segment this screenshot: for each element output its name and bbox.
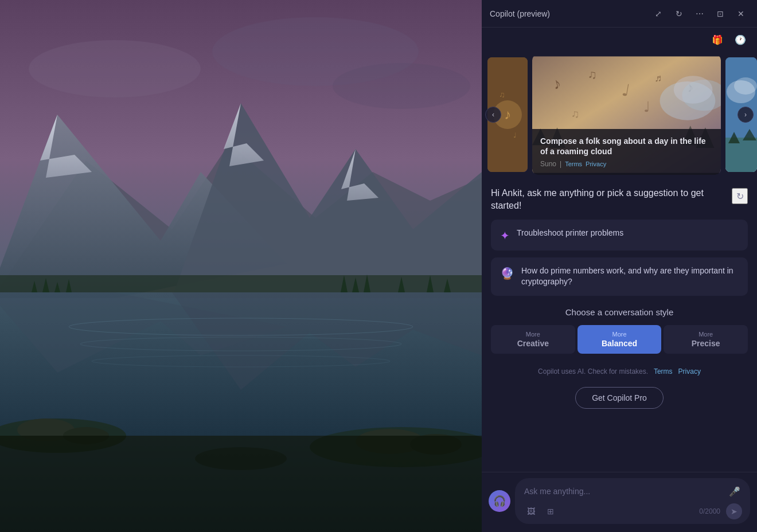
greeting-row: Hi Ankit, ask me anything or pick a sugg… xyxy=(491,187,748,213)
svg-rect-10 xyxy=(0,275,482,292)
carousel-pipe: | xyxy=(560,160,561,168)
carousel-inner: ♪ ♫ ♩ ♪ xyxy=(482,52,757,178)
suggestion-card-1[interactable]: 🔮 How do prime numbers work, and why are… xyxy=(491,257,748,296)
svg-point-57 xyxy=(734,77,757,95)
carousel: ‹ ♪ ♫ ♩ xyxy=(482,52,757,178)
style-precise-button[interactable]: More Precise xyxy=(664,325,748,354)
more-icon: ⋯ xyxy=(696,9,704,18)
carousel-privacy-link[interactable]: Privacy xyxy=(586,161,606,167)
copilot-panel: Copilot (preview) ⤢ ↻ ⋯ ⊡ ✕ 🎁 🕐 xyxy=(482,0,757,532)
carousel-card-overlay: Compose a folk song about a day in the l… xyxy=(532,129,721,175)
disclaimer-text: Copilot uses AI. Check for mistakes. xyxy=(538,367,648,375)
char-count: 0/2000 xyxy=(699,507,720,515)
chevron-left-icon: ‹ xyxy=(492,111,494,119)
carousel-main-item[interactable]: ♪ ♫ ♩ ♬ ♪ ♫ ♩ xyxy=(532,54,721,175)
suggestion-icon-0: ✦ xyxy=(500,229,510,242)
style-precise-more-label: More xyxy=(699,331,713,338)
gift-button[interactable]: 🎁 xyxy=(709,31,726,48)
titlebar: Copilot (preview) ⤢ ↻ ⋯ ⊡ ✕ xyxy=(482,0,757,28)
input-bottom-row: 🖼 ⊞ 0/2000 ➤ xyxy=(524,503,742,519)
search-attach-button[interactable]: ⊞ xyxy=(544,504,557,518)
refresh-button[interactable]: ↻ xyxy=(671,6,687,22)
microphone-icon: 🎤 xyxy=(729,486,740,497)
refresh-icon: ↻ xyxy=(676,9,682,18)
carousel-card-footer: Suno | Terms Privacy xyxy=(540,160,713,168)
svg-text:♪: ♪ xyxy=(504,107,511,122)
image-attach-button[interactable]: 🖼 xyxy=(524,504,538,518)
carousel-card-title: Compose a folk song about a day in the l… xyxy=(540,136,713,157)
input-text-row: 🎤 xyxy=(524,484,742,499)
open-external-icon: ⤢ xyxy=(655,9,662,18)
history-button[interactable]: 🕐 xyxy=(732,31,749,48)
user-avatar: 🎧 xyxy=(489,490,510,512)
suggestion-text-0: Troubleshoot printer problems xyxy=(517,228,623,239)
svg-text:♫: ♫ xyxy=(499,90,505,99)
input-box: 🎤 🖼 ⊞ 0/2000 ➤ xyxy=(515,478,750,524)
search-icon: ⊞ xyxy=(547,507,554,516)
input-bottom-icons: 🖼 ⊞ xyxy=(524,504,557,518)
style-balanced-more-label: More xyxy=(612,331,626,338)
style-balanced-label: Balanced xyxy=(602,339,637,348)
close-icon: ✕ xyxy=(738,9,744,18)
chevron-right-icon: › xyxy=(744,111,747,119)
carousel-source: Suno xyxy=(540,160,556,168)
image-icon: 🖼 xyxy=(527,507,535,516)
microphone-button[interactable]: 🎤 xyxy=(727,484,742,499)
titlebar-icons: ⤢ ↻ ⋯ ⊡ ✕ xyxy=(650,6,749,22)
send-button[interactable]: ➤ xyxy=(726,503,742,519)
style-creative-more-label: More xyxy=(526,331,540,338)
svg-text:♫: ♫ xyxy=(571,107,580,120)
chat-input[interactable] xyxy=(524,487,723,496)
split-view-button[interactable]: ⊡ xyxy=(712,6,728,22)
input-area: 🎧 🎤 🖼 ⊞ 0/2000 xyxy=(482,472,757,532)
disclaimer-row: Copilot uses AI. Check for mistakes. Ter… xyxy=(491,367,748,375)
conversation-style-section: Choose a conversation style More Creativ… xyxy=(491,303,748,358)
style-balanced-button[interactable]: More Balanced xyxy=(577,325,662,354)
disclaimer-privacy-link[interactable]: Privacy xyxy=(678,367,701,375)
gift-icon: 🎁 xyxy=(712,34,723,45)
close-button[interactable]: ✕ xyxy=(733,6,749,22)
open-external-button[interactable]: ⤢ xyxy=(650,6,666,22)
svg-text:♩: ♩ xyxy=(643,99,650,115)
action-icons-row: 🎁 🕐 xyxy=(482,28,757,52)
send-icon: ➤ xyxy=(731,507,738,516)
disclaimer-terms-link[interactable]: Terms xyxy=(654,367,673,375)
svg-text:♩: ♩ xyxy=(513,131,517,139)
suggestion-text-1: How do prime numbers work, and why are t… xyxy=(521,265,739,288)
suggestion-icon-1: 🔮 xyxy=(500,267,514,280)
style-precise-label: Precise xyxy=(692,339,720,348)
background-panel xyxy=(0,0,482,532)
mountain-illustration xyxy=(0,0,482,532)
refresh-suggestions-icon: ↻ xyxy=(736,191,744,202)
refresh-suggestions-button[interactable]: ↻ xyxy=(732,188,748,204)
svg-rect-34 xyxy=(0,436,482,532)
svg-point-3 xyxy=(333,63,470,109)
style-creative-label: Creative xyxy=(517,339,549,348)
svg-point-50 xyxy=(674,76,713,103)
copilot-content: Hi Ankit, ask me anything or pick a sugg… xyxy=(482,178,757,472)
svg-text:♫: ♫ xyxy=(588,68,597,81)
style-creative-button[interactable]: More Creative xyxy=(491,325,575,354)
conversation-style-title: Choose a conversation style xyxy=(491,307,748,317)
app-title: Copilot (preview) xyxy=(490,9,650,18)
style-buttons-row: More Creative More Balanced More Precise xyxy=(491,325,748,354)
carousel-terms-link[interactable]: Terms xyxy=(565,161,582,167)
suggestion-card-0[interactable]: ✦ Troubleshoot printer problems xyxy=(491,220,748,251)
carousel-prev-button[interactable]: ‹ xyxy=(485,107,501,123)
split-icon: ⊡ xyxy=(717,9,724,18)
history-icon: 🕐 xyxy=(735,34,746,45)
carousel-next-button[interactable]: › xyxy=(738,107,754,123)
get-copilot-pro-button[interactable]: Get Copilot Pro xyxy=(575,387,664,409)
svg-text:♬: ♬ xyxy=(654,72,662,84)
avatar-icon: 🎧 xyxy=(493,495,506,507)
more-options-button[interactable]: ⋯ xyxy=(692,6,708,22)
greeting-text: Hi Ankit, ask me anything or pick a sugg… xyxy=(491,187,732,213)
svg-point-1 xyxy=(29,40,201,97)
